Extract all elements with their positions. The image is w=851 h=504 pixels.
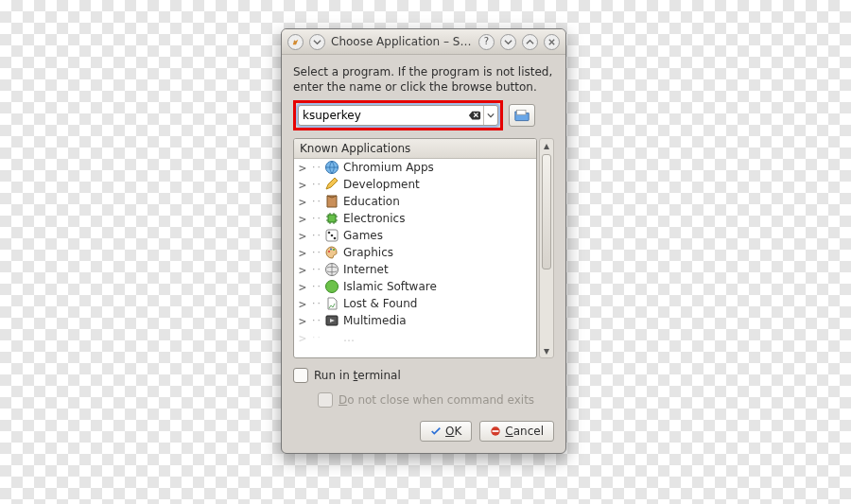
svg-rect-14 (493, 431, 499, 433)
svg-point-9 (333, 249, 335, 251)
svg-point-6 (331, 235, 334, 237)
program-combobox[interactable] (298, 105, 498, 126)
tree-item[interactable]: >··Internet (294, 261, 536, 278)
app-icon (287, 34, 304, 50)
expander-icon[interactable]: > (298, 229, 307, 243)
known-applications-tree[interactable]: Known Applications >··Chromium Apps>··De… (293, 138, 537, 358)
expander-icon[interactable]: > (298, 161, 307, 175)
category-icon (324, 211, 339, 226)
svg-point-4 (328, 232, 331, 235)
do-not-close-checkbox (318, 392, 333, 408)
choose-application-dialog: Choose Application – S… ? Select a progr… (281, 28, 566, 454)
category-icon (324, 194, 339, 209)
tree-item[interactable]: >··Islamic Software (294, 278, 536, 295)
tree-item[interactable]: >··Graphics (294, 244, 536, 261)
expander-icon[interactable]: > (298, 195, 307, 209)
tree-item[interactable]: >··Lost & Found (294, 295, 536, 312)
expander-icon[interactable]: > (298, 246, 307, 260)
tree-item-label: Electronics (343, 212, 405, 225)
svg-point-7 (328, 251, 330, 252)
maximize-button[interactable] (522, 34, 538, 50)
tree-item-label: Graphics (343, 246, 393, 259)
cancel-button[interactable]: Cancel (479, 421, 554, 442)
indent-marker: ·· (311, 180, 321, 189)
indent-marker: ·· (311, 214, 321, 223)
tree-item-label: Internet (343, 263, 389, 276)
svg-point-8 (330, 249, 332, 251)
indent-marker: ·· (311, 282, 321, 291)
expander-icon[interactable]: > (298, 263, 307, 277)
tree-item[interactable]: >··Electronics (294, 210, 536, 227)
browse-button[interactable] (509, 104, 535, 127)
indent-marker: ·· (311, 231, 321, 240)
expander-icon[interactable]: > (298, 178, 307, 192)
expander-icon[interactable]: > (298, 280, 307, 294)
svg-rect-0 (516, 111, 526, 115)
category-icon (324, 228, 339, 243)
indent-marker: ·· (311, 248, 321, 257)
tree-item-label: Games (343, 229, 383, 242)
run-in-terminal-label: Run in terminal (314, 369, 401, 382)
category-icon (324, 279, 339, 294)
expander-icon[interactable]: > (298, 314, 307, 328)
category-icon (324, 160, 339, 175)
tree-header: Known Applications (294, 139, 536, 159)
scroll-thumb[interactable] (542, 154, 551, 269)
window-title: Choose Application – S… (331, 35, 473, 48)
tree-item[interactable]: >··Games (294, 227, 536, 244)
category-icon (324, 262, 339, 277)
category-icon (324, 296, 339, 311)
scrollbar[interactable]: ▴ ▾ (539, 138, 554, 358)
indent-marker: ·· (311, 316, 321, 325)
category-icon (324, 313, 339, 328)
tree-item-label: Lost & Found (343, 297, 417, 310)
category-icon (324, 177, 339, 192)
tree-item-label: Chromium Apps (343, 161, 434, 174)
indent-marker: ·· (311, 265, 321, 274)
program-input[interactable] (299, 109, 468, 122)
tree-item[interactable]: >··Multimedia (294, 312, 536, 329)
indent-marker: ·· (311, 163, 321, 172)
dropdown-chevron-icon[interactable] (483, 106, 497, 125)
tree-item-label: Islamic Software (343, 280, 437, 293)
tree-item-label: Education (343, 195, 400, 208)
tree-item[interactable]: >··Education (294, 193, 536, 210)
indent-marker: ·· (311, 299, 321, 308)
tree-item-label: Development (343, 178, 420, 191)
expander-icon[interactable]: > (298, 297, 307, 311)
expander-icon[interactable]: > (298, 212, 307, 226)
svg-point-5 (334, 237, 337, 240)
svg-point-11 (326, 281, 339, 293)
indent-marker: ·· (311, 197, 321, 206)
scroll-down-icon[interactable]: ▾ (540, 344, 553, 357)
clear-icon[interactable] (468, 109, 481, 122)
tree-item[interactable]: >··Development (294, 176, 536, 193)
tree-item[interactable]: >··Chromium Apps (294, 159, 536, 176)
ok-button[interactable]: OK (420, 421, 472, 442)
instructions-text: Select a program. If the program is not … (293, 64, 554, 95)
menu-icon[interactable] (309, 34, 325, 50)
tree-item-label: Multimedia (343, 314, 407, 327)
input-highlight (293, 100, 503, 130)
minimize-button[interactable] (500, 34, 516, 50)
svg-rect-2 (328, 215, 336, 222)
titlebar: Choose Application – S… ? (282, 29, 565, 55)
close-button[interactable] (544, 34, 560, 50)
help-button[interactable]: ? (478, 34, 495, 50)
category-icon (324, 245, 339, 260)
scroll-up-icon[interactable]: ▴ (540, 139, 553, 152)
do-not-close-label: Do not close when command exits (339, 393, 534, 407)
run-in-terminal-checkbox[interactable] (293, 368, 308, 383)
